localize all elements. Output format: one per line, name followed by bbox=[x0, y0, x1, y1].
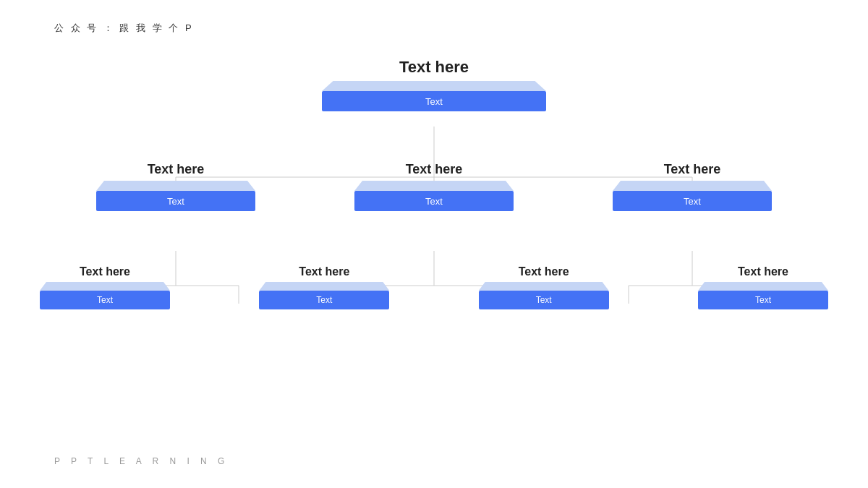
l1-node-0: Text here Text bbox=[96, 162, 255, 211]
l1-trap-1 bbox=[354, 181, 514, 191]
l2-bar-2[interactable]: Text bbox=[479, 291, 609, 309]
l2-bar-0[interactable]: Text bbox=[40, 291, 170, 309]
l1-bar-2[interactable]: Text bbox=[613, 191, 772, 211]
l1-bar-0[interactable]: Text bbox=[96, 191, 255, 211]
l1-title-2: Text here bbox=[664, 162, 721, 177]
l1-title-0: Text here bbox=[148, 162, 205, 177]
l2-bar-3[interactable]: Text bbox=[698, 291, 828, 309]
l1-title-1: Text here bbox=[406, 162, 463, 177]
l1-trap-0 bbox=[96, 181, 255, 191]
l2-bar-1[interactable]: Text bbox=[259, 291, 389, 309]
watermark-bottom: P P T L E A R N I N G bbox=[54, 456, 229, 466]
l2-trap-2 bbox=[479, 282, 609, 291]
l1-node-1: Text here Text bbox=[354, 162, 514, 211]
l2-title-2: Text here bbox=[519, 265, 569, 278]
l2-trap-3 bbox=[698, 282, 828, 291]
watermark-top: 公 众 号 ： 跟 我 学 个 P bbox=[54, 22, 194, 35]
l2-title-0: Text here bbox=[80, 265, 130, 278]
l1-bar-1[interactable]: Text bbox=[354, 191, 514, 211]
l2-node-2: Text here Text bbox=[479, 265, 609, 309]
root-title: Text here bbox=[399, 58, 469, 77]
root-node: Text here Text bbox=[322, 58, 546, 111]
l2-title-1: Text here bbox=[299, 265, 349, 278]
l2-node-3: Text here Text bbox=[698, 265, 828, 309]
l1-node-2: Text here Text bbox=[613, 162, 772, 211]
l2-node-0: Text here Text bbox=[40, 265, 170, 309]
l2-trap-0 bbox=[40, 282, 170, 291]
root-trapezoid bbox=[322, 81, 546, 91]
l2-title-3: Text here bbox=[738, 265, 788, 278]
l2-trap-1 bbox=[259, 282, 389, 291]
l2-node-1: Text here Text bbox=[259, 265, 389, 309]
l1-trap-2 bbox=[613, 181, 772, 191]
root-bar[interactable]: Text bbox=[322, 91, 546, 111]
